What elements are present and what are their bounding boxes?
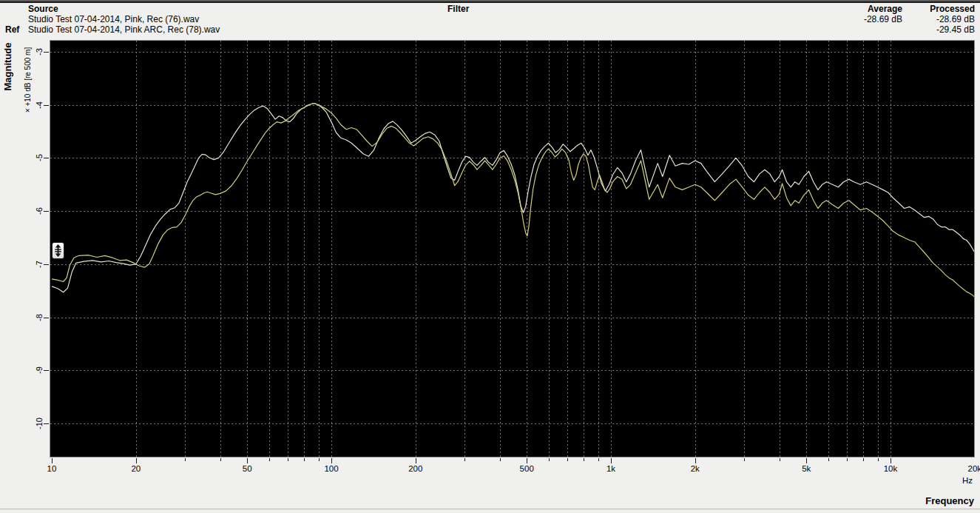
- y-axis-title: Magnitude: [2, 43, 13, 91]
- processed-source-value: -28.69 dB: [936, 14, 975, 24]
- y-axis-scale-note: × +10 dB [re 500 m]: [24, 47, 32, 113]
- x-axis-title: Frequency: [925, 495, 974, 506]
- y-tick-label: -10: [35, 418, 44, 429]
- filter-column-label: Filter: [447, 4, 469, 14]
- x-tick-label: 500: [520, 464, 534, 473]
- analyzer-window: Source Filter Average Processed Studio T…: [0, 0, 980, 513]
- window-top-bar: [0, 0, 980, 3]
- x-axis-ticks: [50, 458, 975, 465]
- ref-file-name: Studio Test 07-04-2014, Pink ARC, Rec (7…: [28, 24, 220, 35]
- x-tick-label: 200: [408, 464, 422, 473]
- average-column-label: Average: [868, 4, 902, 14]
- plot-background: [50, 40, 975, 457]
- source-file-name: Studio Test 07-04-2014, Pink, Rec (76).w…: [28, 14, 199, 24]
- x-tick-label: 10k: [884, 464, 898, 473]
- x-tick-label: 2k: [691, 464, 700, 473]
- y-tick-label: -8: [35, 314, 44, 321]
- source-column-label: Source: [28, 4, 58, 14]
- y-tick-label: -5: [35, 155, 44, 162]
- y-tick-label: -4: [35, 101, 44, 109]
- x-tick-label: 1k: [606, 464, 615, 473]
- x-tick-label: 100: [324, 464, 338, 473]
- vertical-pan-handle[interactable]: [52, 242, 64, 259]
- magnitude-plot[interactable]: [50, 40, 975, 457]
- ref-row-label: Ref: [5, 24, 19, 35]
- y-tick-label: -9: [35, 366, 44, 374]
- processed-column-label: Processed: [930, 4, 975, 14]
- x-tick-label: 20k: [968, 464, 980, 473]
- x-axis-unit: Hz: [962, 476, 973, 485]
- x-tick-label: 50: [243, 464, 252, 473]
- y-axis-ticks: [44, 40, 50, 457]
- y-tick-label: -6: [35, 207, 44, 215]
- x-tick-label: 10: [47, 464, 57, 473]
- y-tick-label: -7: [35, 261, 44, 268]
- move-vertical-icon: [54, 244, 62, 257]
- x-tick-label: 5k: [802, 464, 811, 473]
- processed-ref-value: -29.45 dB: [936, 24, 975, 35]
- bottom-divider: [0, 509, 980, 510]
- average-value: -28.69 dB: [864, 14, 902, 24]
- y-tick-label: -3: [35, 48, 44, 56]
- x-tick-label: 20: [131, 464, 141, 473]
